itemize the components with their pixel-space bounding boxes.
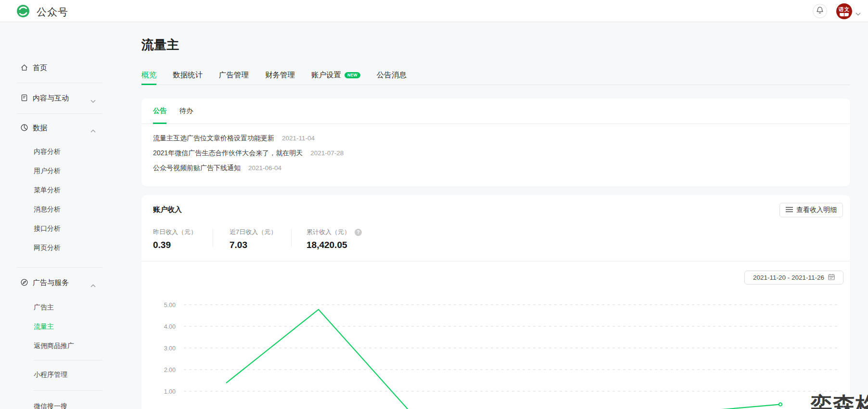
view-income-detail-label: 查看收入明细: [796, 206, 837, 214]
sidebar-divider: [17, 267, 102, 268]
stat-yesterday-income: 昨日收入（元） 0.39: [153, 228, 197, 250]
sidebar-item-content-interaction[interactable]: 内容与互动: [0, 90, 115, 106]
new-badge: NEW: [345, 72, 360, 78]
sidebar-item-message-analysis[interactable]: 消息分析: [0, 201, 115, 218]
content-doc-icon: [20, 94, 28, 104]
account-avatar[interactable]: 语文: [836, 3, 852, 19]
view-income-detail-button[interactable]: 查看收入明细: [779, 203, 843, 217]
sidebar-item-api-analysis[interactable]: 接口分析: [0, 221, 115, 237]
sidebar-item-commission-promotion[interactable]: 返佣商品推广: [0, 338, 115, 354]
notice-link[interactable]: 流量主互选广告位文章价格设置功能更新: [153, 134, 274, 143]
compass-icon: [20, 278, 28, 288]
sidebar-item-label: 网页分析: [34, 244, 61, 252]
income-chart-area: 1.002.003.004.005.00: [141, 264, 850, 409]
sidebar-item-label: 广告与服务: [33, 278, 69, 287]
list-icon: [786, 206, 793, 214]
tab-label: 广告管理: [219, 70, 249, 80]
sidebar-item-miniprogram[interactable]: 小程序管理: [0, 367, 115, 383]
tab-finance-management[interactable]: 财务管理: [265, 70, 295, 80]
svg-text:2.00: 2.00: [164, 367, 176, 373]
notice-row: 2021年微信广告生态合作伙伴大会来了，就在明天 2021-07-28: [153, 146, 839, 161]
notice-row: 公众号视频前贴广告下线通知 2021-06-04: [153, 161, 839, 175]
stat-label: 近7日收入（元）: [230, 228, 277, 236]
sidebar-item-traffic-master[interactable]: 流量主: [0, 319, 115, 335]
sidebar-item-label: 菜单分析: [34, 186, 61, 195]
account-menu-chevron-down-icon[interactable]: [855, 9, 861, 18]
sidebar-item-label: 流量主: [34, 322, 54, 331]
stat-label-text: 累计收入（元）: [306, 228, 350, 236]
sidebar-item-label: 小程序管理: [34, 371, 67, 379]
bell-icon: [816, 6, 824, 16]
tab-label: 财务管理: [265, 70, 295, 80]
tab-ad-management[interactable]: 广告管理: [219, 70, 249, 80]
sidebar-item-ads-services[interactable]: 广告与服务: [0, 274, 115, 291]
tab-account-settings[interactable]: 账户设置 NEW: [311, 70, 360, 80]
sidebar-item-data[interactable]: 数据: [0, 120, 115, 136]
brand: 公众号: [16, 4, 68, 20]
top-bar: 公众号 语文: [0, 0, 868, 22]
sidebar-item-label: 用户分析: [34, 167, 61, 175]
income-chart: 1.002.003.004.005.00: [141, 264, 850, 409]
sidebar-item-content-analysis[interactable]: 内容分析: [0, 144, 115, 160]
chevron-up-icon: [90, 126, 96, 135]
brand-name: 公众号: [37, 5, 68, 19]
tab-announcements[interactable]: 公告消息: [377, 70, 407, 80]
stat-7day-income: 近7日收入（元） 7.03: [230, 228, 277, 250]
sidebar-item-label: 数据: [33, 124, 47, 133]
page-title: 流量主: [141, 37, 179, 53]
sidebar-item-webpage-analysis[interactable]: 网页分析: [0, 240, 115, 256]
sidebar-item-wechat-search[interactable]: 微信搜一搜: [0, 398, 115, 409]
stat-value: 18,420.05: [306, 240, 362, 250]
avatar-label: 语文: [839, 7, 850, 12]
stat-total-income: 累计收入（元） ? 18,420.05: [306, 228, 362, 250]
stat-value: 0.39: [153, 240, 197, 250]
sidebar-item-label: 消息分析: [34, 205, 61, 214]
notice-tab-label: 公告: [153, 107, 166, 115]
main-tabs: 概览 数据统计 广告管理 财务管理 账户设置 NEW 公告消息: [141, 70, 850, 85]
sidebar-item-label: 微信搜一搜: [34, 402, 67, 409]
tab-data-statistics[interactable]: 数据统计: [173, 70, 203, 80]
notice-link[interactable]: 2021年微信广告生态合作伙伴大会来了，就在明天: [153, 149, 303, 158]
sidebar-item-label: 首页: [33, 63, 47, 73]
notice-link[interactable]: 公众号视频前贴广告下线通知: [153, 164, 241, 173]
stat-value: 7.03: [230, 240, 277, 250]
watermark: 奕森格: [810, 391, 868, 409]
income-card-title: 账户收入: [153, 205, 182, 214]
help-icon[interactable]: ?: [355, 229, 362, 236]
notice-card: 公告 待办 流量主互选广告位文章价格设置功能更新 2021-11-04 2021…: [141, 99, 850, 186]
sidebar-divider: [34, 390, 102, 391]
stat-label: 累计收入（元） ?: [306, 228, 362, 236]
notification-bell-button[interactable]: [813, 4, 827, 18]
tab-label: 概览: [141, 70, 156, 80]
sidebar-item-label: 广告主: [34, 303, 54, 312]
chevron-down-icon: [90, 97, 96, 105]
sidebar-item-menu-analysis[interactable]: 菜单分析: [0, 182, 115, 198]
sidebar-divider: [17, 113, 102, 114]
notice-tab-todo[interactable]: 待办: [179, 99, 193, 124]
tab-label: 账户设置: [311, 70, 341, 80]
avatar-book-icon: [840, 13, 849, 16]
svg-text:3.00: 3.00: [164, 345, 176, 352]
section-divider: [141, 261, 850, 261]
tab-label: 公告消息: [377, 70, 407, 80]
home-icon: [20, 63, 28, 74]
notice-date: 2021-06-04: [248, 164, 281, 172]
sidebar-item-home[interactable]: 首页: [0, 60, 115, 76]
pie-chart-icon: [20, 124, 28, 134]
chevron-up-icon: [90, 281, 96, 290]
notice-tab-announcement[interactable]: 公告: [153, 99, 166, 124]
sidebar-divider: [34, 360, 102, 360]
svg-text:1.00: 1.00: [164, 388, 176, 395]
sidebar-item-advertiser[interactable]: 广告主: [0, 299, 115, 316]
sidebar: 首页 内容与互动 数据 内容分析 用户分析 菜单分析 消息分析 接口分析 网页分…: [0, 22, 115, 409]
notice-date: 2021-11-04: [282, 135, 315, 142]
sidebar-item-label: 内容分析: [34, 148, 61, 156]
notice-list: 流量主互选广告位文章价格设置功能更新 2021-11-04 2021年微信广告生…: [141, 124, 850, 175]
tab-overview[interactable]: 概览: [141, 70, 156, 80]
sidebar-item-label: 接口分析: [34, 224, 61, 233]
sidebar-item-user-analysis[interactable]: 用户分析: [0, 163, 115, 179]
sidebar-item-label: 返佣商品推广: [34, 342, 74, 350]
svg-text:5.00: 5.00: [164, 302, 176, 309]
stat-label: 昨日收入（元）: [153, 228, 197, 236]
stat-separator: [213, 229, 213, 247]
